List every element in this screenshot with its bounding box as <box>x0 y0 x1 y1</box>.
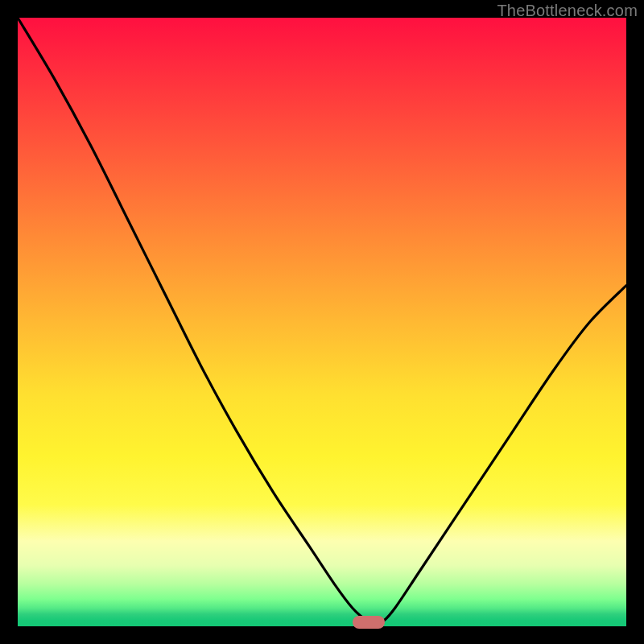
curve-path <box>18 18 626 624</box>
bottleneck-marker <box>353 616 385 629</box>
chart-frame: TheBottleneck.com <box>0 0 644 644</box>
bottleneck-curve <box>18 18 626 626</box>
